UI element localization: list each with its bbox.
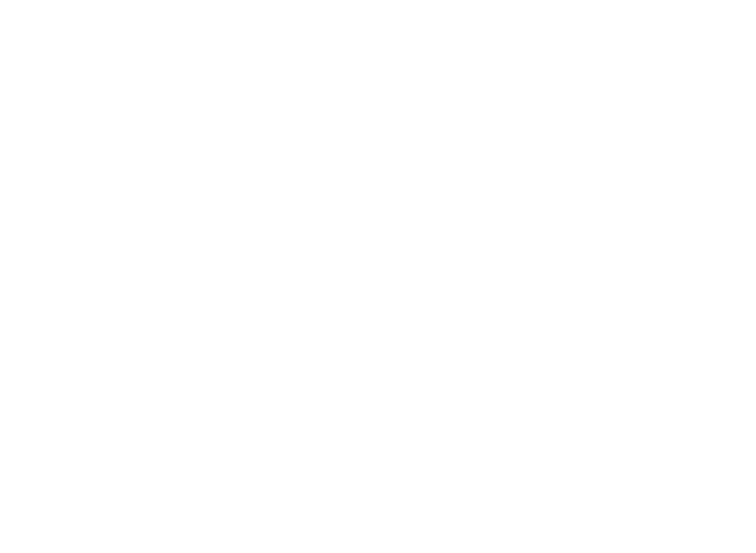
connector-lines [0, 0, 756, 553]
tree-container [0, 0, 756, 553]
